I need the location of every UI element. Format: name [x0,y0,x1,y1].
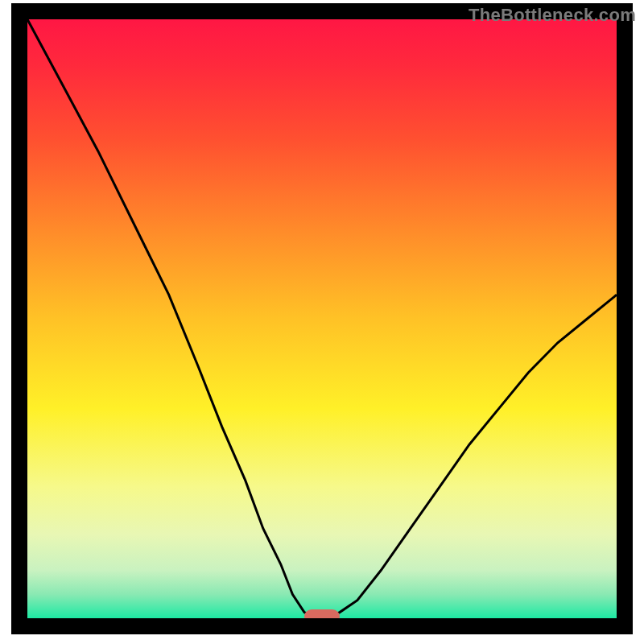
chart-canvas [0,0,644,644]
bottleneck-chart: TheBottleneck.com [0,0,644,644]
heatmap-background [27,19,617,618]
watermark-text: TheBottleneck.com [469,5,636,26]
